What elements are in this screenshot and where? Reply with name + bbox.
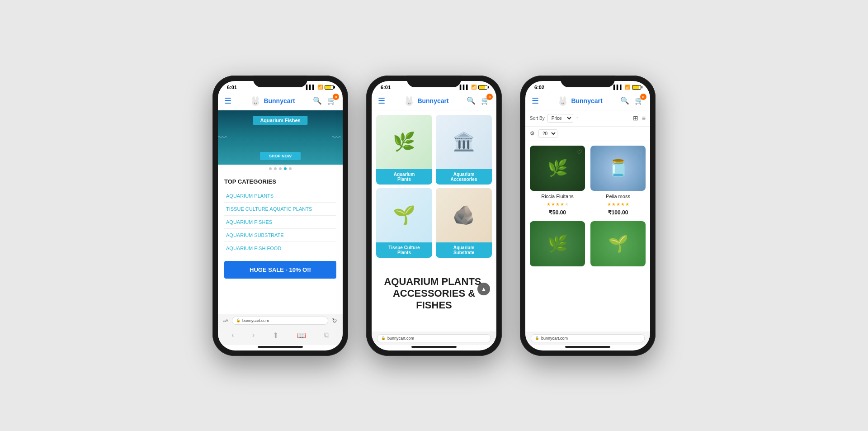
category-list-1: AQUARIUM PLANTS TISSUE CULTURE AQUATIC P… [224, 189, 336, 255]
category-item-3[interactable]: AQUARIUM SUBSTRATE [224, 229, 336, 242]
cart-icon-1[interactable]: 🛒 0 [327, 96, 336, 105]
star-2: ★ [551, 202, 555, 207]
sort-label: Sort By [530, 116, 545, 121]
phone-3: 6:02 ▌▌▌ 📶 ☰ Bunnyc [520, 76, 656, 356]
sort-bar: Sort By Price Name Date ↑ ⊞ ≡ [525, 110, 650, 127]
svg-point-14 [563, 96, 566, 102]
logo-text-3: Bunnycart [571, 97, 602, 104]
browser-url-2[interactable]: 🔒 bunnycart.com [377, 334, 491, 342]
hero-image-1: Aquarium Fishes 〰 〰 SHOP NOW [218, 110, 343, 165]
nav-logo-3: Bunnycart [557, 95, 602, 107]
list-view-icon[interactable]: ≡ [642, 114, 646, 122]
cat-card-tissue-culture[interactable]: 🌱 Tissue CulturePlants [376, 188, 432, 258]
hamburger-icon-1[interactable]: ☰ [224, 96, 231, 106]
cart-badge-3: 0 [640, 94, 646, 100]
view-icons: ⊞ ≡ [633, 114, 646, 122]
cat-img-substrate: 🪨 [436, 188, 492, 242]
wave-left: 〰 [218, 132, 227, 142]
battery-icon-2 [478, 85, 487, 90]
product-img-3: 🌱 [590, 221, 646, 266]
product-img-wrap-1: 🫙 ♡ [590, 146, 646, 191]
reload-icon-1[interactable]: ↻ [332, 317, 337, 324]
cat-label-accessories: AquariumAccessories [436, 169, 492, 185]
home-indicator-3 [565, 346, 610, 348]
product-name-0: Riccia Fluitans [541, 194, 574, 199]
dot-4-active[interactable] [284, 167, 287, 170]
search-icon-1[interactable]: 🔍 [313, 96, 322, 105]
signal-icon-2: ▌▌▌ [460, 85, 469, 90]
search-icon-2[interactable]: 🔍 [467, 96, 476, 105]
cat-label-substrate: AquariumSubstrate [436, 242, 492, 258]
cat-img-tissue-culture: 🌱 [376, 188, 432, 242]
filter-row: ⚙ 20 40 60 [525, 127, 650, 141]
wishlist-btn-0[interactable]: ♡ [576, 148, 582, 156]
cat-card-substrate[interactable]: 🪨 AquariumSubstrate [436, 188, 492, 258]
star-5: ★ [565, 202, 569, 207]
scroll-to-top-btn[interactable]: ▲ [477, 283, 490, 295]
url-text-2: bunnycart.com [387, 336, 414, 341]
font-size-btn[interactable]: aA [223, 318, 228, 323]
hero-banner-1: Aquarium Fishes 〰 〰 SHOP NOW [218, 110, 343, 173]
forward-btn-1[interactable]: › [252, 331, 255, 339]
svg-point-1 [252, 96, 255, 102]
time-2: 6:01 [381, 85, 391, 90]
wishlist-btn-1[interactable]: ♡ [637, 148, 643, 156]
hamburger-icon-3[interactable]: ☰ [532, 96, 539, 106]
cat-card-aquarium-plants[interactable]: 🌿 AquariumPlants [376, 115, 432, 185]
wifi-icon-2: 📶 [471, 85, 476, 90]
star-1: ★ [547, 202, 551, 207]
product-img-wrap-3: 🌱 [590, 221, 646, 266]
cart-icon-2[interactable]: 🛒 0 [481, 96, 490, 105]
sort-order-icon[interactable]: ↑ [576, 115, 579, 121]
signal-icon-3: ▌▌▌ [613, 85, 623, 90]
product-img-wrap-2: 🌿 [530, 221, 585, 266]
cat-card-accessories[interactable]: 🏛️ AquariumAccessories [436, 115, 492, 185]
wave-right: 〰 [332, 132, 341, 142]
tabs-btn-1[interactable]: ⧉ [324, 331, 329, 339]
back-btn-1[interactable]: ‹ [231, 331, 234, 339]
url-text-3: bunnycart.com [541, 336, 568, 341]
nav-logo-1: Bunnycart [249, 95, 295, 107]
lock-icon-3: 🔒 [535, 336, 539, 340]
big-text: AQUARIUM PLANTS,ACCESSORIES &FISHES [381, 276, 487, 312]
battery-icon-1 [325, 85, 334, 90]
product-price-1: ₹100.00 [608, 209, 628, 216]
star-1: ★ [607, 202, 611, 207]
category-item-0[interactable]: AQUARIUM PLANTS [224, 189, 336, 203]
lock-icon-2: 🔒 [381, 336, 386, 340]
signal-icon-1: ▌▌▌ [306, 85, 316, 90]
bookmarks-btn-1[interactable]: 📖 [297, 331, 306, 340]
svg-point-16 [563, 103, 564, 104]
product-stars-0: ★ ★ ★ ★ ★ [547, 202, 569, 207]
category-item-1[interactable]: TISSUE CULTURE AQUATIC PLANTS [224, 203, 336, 216]
nav-icons-3: 🔍 🛒 0 [620, 96, 644, 105]
logo-text-2: Bunnycart [417, 97, 448, 104]
per-page-select[interactable]: 20 40 60 [538, 129, 557, 138]
grid-view-icon[interactable]: ⊞ [633, 114, 638, 122]
cart-icon-3[interactable]: 🛒 0 [635, 96, 644, 105]
filter-icon[interactable]: ⚙ [530, 130, 535, 137]
category-item-2[interactable]: AQUARIUM FISHES [224, 216, 336, 229]
svg-point-4 [256, 103, 257, 104]
hamburger-icon-2[interactable]: ☰ [378, 96, 385, 106]
search-icon-3[interactable]: 🔍 [620, 96, 629, 105]
cat-img-accessories: 🏛️ [436, 115, 492, 169]
share-btn-1[interactable]: ⬆ [273, 331, 278, 340]
nav-bar-3: ☰ Bunnycart 🔍 🛒 0 [525, 92, 650, 110]
dot-3 [279, 167, 282, 170]
browser-url-3[interactable]: 🔒 bunnycart.com [531, 334, 645, 342]
svg-point-5 [255, 104, 256, 104]
browser-url-1[interactable]: 🔒 bunnycart.com [232, 317, 328, 325]
svg-point-15 [561, 103, 562, 104]
star-3: ★ [556, 202, 560, 207]
nav-bar-1: ☰ Bunnycart 🔍 🛒 0 [218, 92, 343, 110]
product-grid: 🌿 ♡ Riccia Fluitans ★ ★ ★ ★ ★ ₹50.00 [525, 141, 650, 274]
phone-content-3: 🌿 ♡ Riccia Fluitans ★ ★ ★ ★ ★ ₹50.00 [525, 141, 650, 332]
sort-select[interactable]: Price Name Date [547, 114, 573, 123]
sale-button[interactable]: HUGE SALE - 10% Off [224, 261, 336, 279]
svg-point-7 [406, 96, 409, 102]
hero-dots [218, 165, 343, 173]
cart-badge-1: 0 [333, 94, 339, 100]
hero-shop-btn[interactable]: SHOP NOW [260, 152, 301, 160]
category-item-4[interactable]: AQUARIUM FISH FOOD [224, 242, 336, 255]
